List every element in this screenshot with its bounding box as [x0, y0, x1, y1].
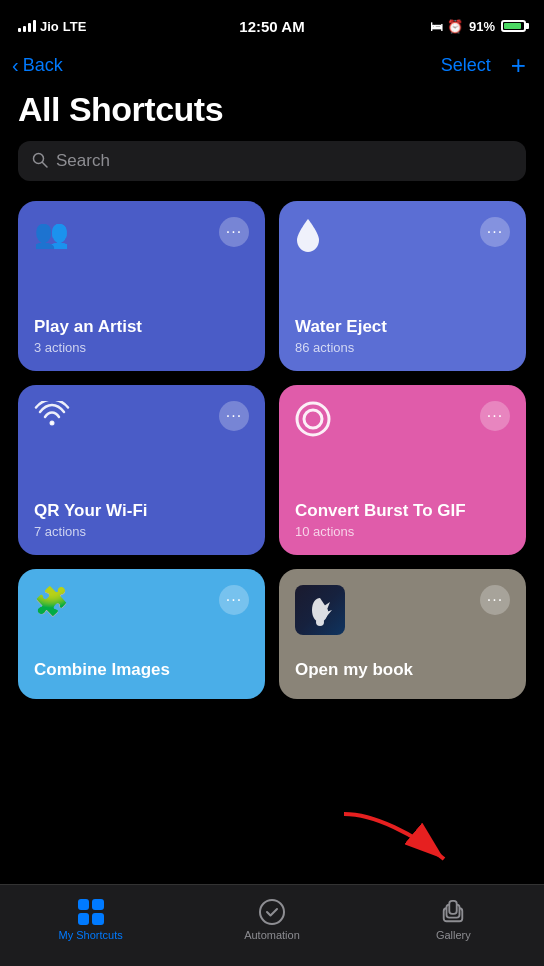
shortcut-card-water-eject[interactable]: ··· Water Eject 86 actions	[279, 201, 526, 371]
puzzle-icon: 🧩	[34, 585, 69, 618]
page-title: All Shortcuts	[0, 86, 544, 141]
wifi-icon	[34, 401, 70, 433]
search-bar[interactable]: Search	[18, 141, 526, 181]
card-header: 🧩 ···	[34, 585, 249, 618]
chevron-left-icon: ‹	[12, 54, 19, 77]
card-subtitle: 86 actions	[295, 340, 510, 355]
more-button-qr-wifi[interactable]: ···	[219, 401, 249, 431]
book-thumbnail	[295, 585, 345, 635]
more-button-play-artist[interactable]: ···	[219, 217, 249, 247]
status-time: 12:50 AM	[239, 18, 304, 35]
svg-point-3	[297, 403, 329, 435]
svg-line-1	[43, 162, 48, 167]
card-footer: QR Your Wi-Fi 7 actions	[34, 501, 249, 539]
automation-icon	[259, 899, 285, 925]
tab-gallery[interactable]: Gallery	[363, 899, 544, 941]
tab-bar: My Shortcuts Automation Gallery	[0, 884, 544, 966]
add-shortcut-button[interactable]: +	[511, 52, 526, 78]
card-footer: Combine Images	[34, 660, 249, 683]
bottom-row: 🧩 ··· Combine Images ··· Open my book	[0, 569, 544, 699]
svg-point-4	[304, 410, 322, 428]
search-container: Search	[0, 141, 544, 201]
carrier-label: Jio	[40, 19, 59, 34]
shortcuts-grid: 👥 ··· Play an Artist 3 actions ··· Water…	[0, 201, 544, 555]
network-type: LTE	[63, 19, 87, 34]
back-button[interactable]: ‹ Back	[12, 54, 63, 77]
shortcut-card-play-artist[interactable]: 👥 ··· Play an Artist 3 actions	[18, 201, 265, 371]
back-label: Back	[23, 55, 63, 76]
more-button-convert-burst[interactable]: ···	[480, 401, 510, 431]
battery-icon	[501, 20, 526, 32]
more-button-combine-images[interactable]: ···	[219, 585, 249, 615]
tab-my-shortcuts-label: My Shortcuts	[59, 929, 123, 941]
shortcut-card-combine-images[interactable]: 🧩 ··· Combine Images	[18, 569, 265, 699]
card-title: Combine Images	[34, 660, 249, 680]
shortcut-card-open-book[interactable]: ··· Open my book	[279, 569, 526, 699]
more-button-water-eject[interactable]: ···	[480, 217, 510, 247]
status-right: 🛏 ⏰ 91%	[430, 19, 526, 34]
card-subtitle: 3 actions	[34, 340, 249, 355]
select-button[interactable]: Select	[441, 55, 491, 76]
battery-percent: 91%	[469, 19, 495, 34]
card-title: Play an Artist	[34, 317, 249, 337]
svg-point-2	[50, 421, 55, 426]
card-title: Water Eject	[295, 317, 510, 337]
card-subtitle: 7 actions	[34, 524, 249, 539]
gallery-icon	[440, 899, 466, 925]
search-icon	[32, 152, 48, 171]
tab-gallery-label: Gallery	[436, 929, 471, 941]
signal-icon	[18, 20, 36, 32]
red-arrow-icon	[334, 804, 454, 874]
nav-actions: Select +	[441, 52, 526, 78]
svg-point-5	[316, 618, 324, 626]
card-title: Convert Burst To GIF	[295, 501, 510, 521]
grid-icon	[78, 899, 104, 925]
card-footer: Open my book	[295, 660, 510, 683]
card-header: ···	[295, 585, 510, 635]
shortcut-card-convert-burst[interactable]: ··· Convert Burst To GIF 10 actions	[279, 385, 526, 555]
card-footer: Water Eject 86 actions	[295, 317, 510, 355]
card-footer: Convert Burst To GIF 10 actions	[295, 501, 510, 539]
card-header: ···	[295, 401, 510, 441]
red-arrow-overlay	[0, 804, 544, 884]
card-footer: Play an Artist 3 actions	[34, 317, 249, 355]
tab-automation[interactable]: Automation	[181, 899, 362, 941]
card-title: Open my book	[295, 660, 510, 680]
more-button-open-book[interactable]: ···	[480, 585, 510, 615]
search-placeholder: Search	[56, 151, 110, 171]
card-header: ···	[34, 401, 249, 433]
card-subtitle: 10 actions	[295, 524, 510, 539]
status-left: Jio LTE	[18, 19, 86, 34]
tab-my-shortcuts[interactable]: My Shortcuts	[0, 899, 181, 941]
card-header: ···	[295, 217, 510, 257]
mode-icons: 🛏 ⏰	[430, 19, 463, 34]
card-header: 👥 ···	[34, 217, 249, 250]
svg-rect-9	[450, 900, 457, 913]
tab-automation-label: Automation	[244, 929, 300, 941]
drop-icon	[295, 217, 321, 257]
nav-bar: ‹ Back Select +	[0, 44, 544, 86]
target-icon	[295, 401, 331, 441]
people-icon: 👥	[34, 217, 69, 250]
card-title: QR Your Wi-Fi	[34, 501, 249, 521]
status-bar: Jio LTE 12:50 AM 🛏 ⏰ 91%	[0, 0, 544, 44]
shortcut-card-qr-wifi[interactable]: ··· QR Your Wi-Fi 7 actions	[18, 385, 265, 555]
